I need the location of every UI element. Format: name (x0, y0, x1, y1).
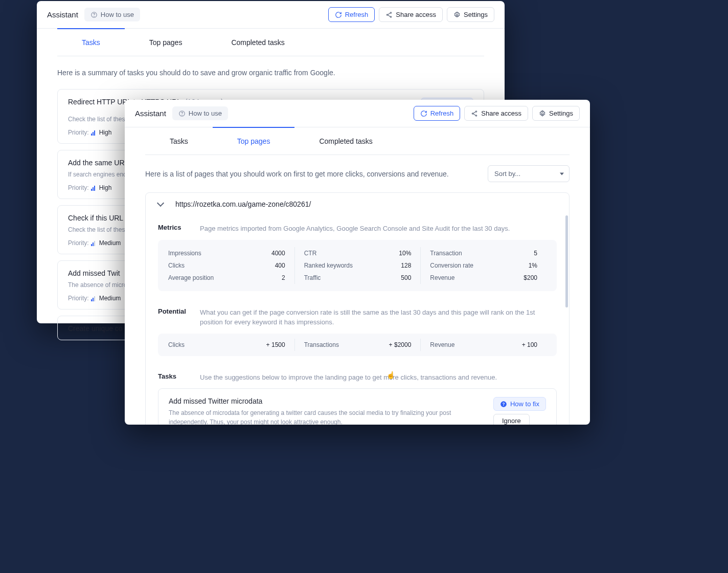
tab-top-pages[interactable]: Top pages (213, 127, 295, 155)
intro-text: Here is a summary of tasks you should do… (57, 56, 484, 89)
app-title: Assistant (135, 109, 166, 118)
priority-bars-icon (91, 186, 95, 191)
metrics-desc: Page metrics imported from Google Analyt… (200, 224, 510, 234)
tabs: Tasks Top pages Completed tasks (145, 127, 570, 155)
header: Assistant How to use Refresh Share acces… (125, 100, 590, 127)
help-icon: ? (500, 401, 507, 408)
header: Assistant How to use Refresh Share acces… (37, 1, 505, 29)
tab-top-pages[interactable]: Top pages (125, 28, 207, 56)
priority-bars-icon (91, 241, 95, 246)
tab-tasks[interactable]: Tasks (57, 28, 125, 56)
subtask-card: Add missed Twitter microdata The absence… (158, 388, 557, 425)
svg-point-10 (476, 111, 477, 112)
refresh-button[interactable]: Refresh (414, 106, 461, 121)
assistant-panel-top-pages: Assistant How to use Refresh Share acces… (125, 100, 590, 425)
tab-completed[interactable]: Completed tasks (207, 28, 309, 56)
task-title: Add the same UR (68, 159, 125, 167)
sort-by-select[interactable]: Sort by... (488, 165, 570, 182)
tabs: Tasks Top pages Completed tasks (57, 29, 484, 56)
help-icon (178, 110, 186, 117)
gear-icon (453, 11, 461, 18)
help-icon (90, 11, 98, 18)
priority-bars-icon (91, 130, 95, 136)
refresh-icon (420, 110, 427, 117)
tab-tasks[interactable]: Tasks (145, 127, 213, 155)
settings-button[interactable]: Settings (532, 106, 580, 121)
svg-point-9 (182, 115, 183, 115)
potential-label: Potential (158, 307, 189, 315)
share-icon (471, 110, 478, 117)
svg-point-11 (472, 113, 473, 114)
task-title: Add missed Twit (68, 269, 120, 277)
page-url-row[interactable]: https://rozetka.com.ua/game-zone/c80261/ (146, 193, 569, 215)
app-title: Assistant (47, 10, 78, 19)
chevron-down-icon (157, 200, 164, 207)
subtask-description: The absence of microdata for generating … (169, 408, 487, 425)
svg-point-4 (391, 16, 392, 17)
tasks-desc: Use the suggestions below to improve the… (200, 372, 497, 383)
share-button[interactable]: Share access (379, 7, 443, 22)
svg-point-2 (391, 12, 392, 13)
svg-point-1 (94, 16, 95, 16)
share-button[interactable]: Share access (464, 106, 528, 121)
subtask-title: Add missed Twitter microdata (169, 397, 487, 405)
tasks-label: Tasks (158, 372, 189, 380)
how-to-use-button[interactable]: How to use (84, 8, 140, 21)
svg-text:?: ? (502, 402, 505, 406)
share-icon (385, 11, 393, 18)
page-url: https://rozetka.com.ua/game-zone/c80261/ (175, 200, 311, 208)
intro-text: Here is a list of pages that you should … (145, 170, 488, 178)
settings-button[interactable]: Settings (447, 7, 494, 22)
potential-grid: Clicks+ 1500 Transactions+ $2000 Revenue… (158, 334, 557, 356)
potential-desc: What you can get if the page conversion … (200, 307, 557, 327)
svg-point-13 (541, 113, 543, 115)
gear-icon (539, 110, 546, 117)
svg-point-3 (387, 14, 388, 15)
refresh-icon (335, 11, 342, 18)
svg-point-5 (456, 14, 458, 16)
priority-bars-icon (91, 296, 95, 301)
metrics-grid: Impressions4000 Clicks400 Average positi… (158, 240, 557, 291)
tab-completed[interactable]: Completed tasks (294, 127, 397, 155)
refresh-button[interactable]: Refresh (328, 7, 375, 22)
task-title: Create unique co (68, 324, 123, 333)
how-to-use-button[interactable]: How to use (172, 106, 228, 120)
how-to-fix-button[interactable]: ?How to fix (493, 397, 546, 411)
ignore-button[interactable]: Ignore (493, 414, 530, 425)
page-card: https://rozetka.com.ua/game-zone/c80261/… (145, 192, 570, 425)
task-title: Check if this URL (68, 214, 123, 222)
metrics-label: Metrics (158, 224, 189, 231)
svg-point-12 (476, 115, 477, 116)
